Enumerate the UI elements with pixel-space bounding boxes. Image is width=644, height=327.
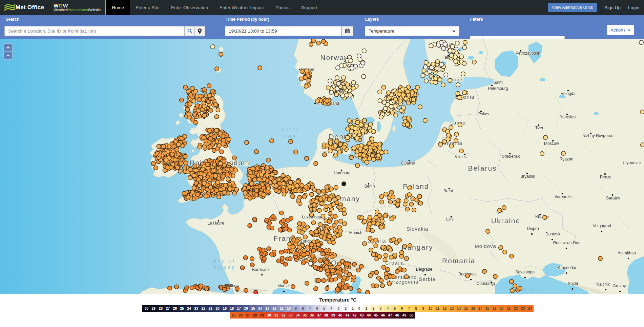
observation-dot[interactable] — [322, 278, 326, 283]
observation-dot[interactable] — [153, 166, 158, 170]
observation-dot[interactable] — [441, 83, 445, 87]
observation-dot[interactable] — [436, 43, 441, 47]
observation-dot[interactable] — [266, 158, 271, 162]
observation-dot[interactable] — [327, 219, 332, 224]
observation-dot[interactable] — [459, 149, 464, 153]
observation-dot[interactable] — [208, 93, 212, 98]
observation-dot[interactable] — [300, 184, 304, 188]
observation-dot[interactable] — [378, 90, 382, 94]
observation-dot[interactable] — [178, 169, 183, 174]
observation-dot[interactable] — [423, 118, 428, 123]
observation-dot[interactable] — [214, 115, 219, 119]
observation-dot[interactable] — [454, 138, 458, 143]
observation-dot[interactable] — [262, 193, 266, 197]
observation-dot[interactable] — [361, 153, 366, 157]
observation-dot[interactable] — [390, 111, 395, 115]
observation-dot[interactable] — [388, 200, 393, 204]
observation-dot[interactable] — [439, 62, 444, 67]
observation-dot[interactable] — [195, 192, 200, 197]
search-input[interactable] — [4, 26, 185, 36]
observation-dot[interactable] — [216, 108, 220, 112]
observation-dot[interactable] — [180, 136, 184, 141]
observation-dot[interactable] — [380, 219, 385, 223]
observation-dot[interactable] — [296, 199, 300, 203]
observation-dot[interactable] — [352, 262, 357, 267]
observation-dot[interactable] — [250, 263, 254, 267]
observation-dot[interactable] — [513, 284, 517, 288]
observation-dot[interactable] — [222, 159, 226, 164]
observation-dot[interactable] — [207, 129, 212, 133]
observation-dot[interactable] — [543, 215, 547, 220]
observation-dot[interactable] — [486, 229, 490, 234]
observation-dot[interactable] — [322, 236, 327, 241]
observation-dot[interactable] — [404, 274, 409, 279]
observation-dot[interactable] — [297, 226, 301, 230]
observation-dot[interactable] — [325, 144, 329, 148]
observation-dot[interactable] — [418, 105, 422, 109]
observation-dot[interactable] — [192, 173, 196, 178]
observation-dot[interactable] — [361, 61, 365, 65]
observation-dot[interactable] — [340, 94, 345, 98]
observation-dot[interactable] — [309, 231, 313, 235]
observation-dot[interactable] — [223, 287, 227, 292]
observation-dot[interactable] — [323, 153, 327, 157]
observation-dot[interactable] — [324, 229, 329, 233]
observation-dot[interactable] — [472, 60, 477, 64]
observation-dot[interactable] — [540, 152, 544, 156]
observation-dot[interactable] — [183, 154, 187, 159]
observation-dot[interactable] — [380, 284, 385, 288]
observation-dot[interactable] — [352, 146, 356, 150]
observation-dot[interactable] — [309, 262, 313, 266]
observation-dot[interactable] — [185, 286, 189, 290]
observation-dot[interactable] — [402, 244, 407, 249]
observation-dot[interactable] — [221, 134, 225, 138]
observation-dot[interactable] — [212, 134, 216, 139]
observation-dot[interactable] — [395, 203, 400, 207]
observation-dot[interactable] — [379, 225, 383, 230]
observation-dot[interactable] — [339, 219, 343, 224]
observation-dot[interactable] — [338, 205, 342, 210]
observation-dot[interactable] — [234, 188, 239, 192]
observation-dot[interactable] — [213, 102, 218, 107]
observation-dot[interactable] — [281, 181, 286, 186]
observation-dot[interactable] — [253, 178, 257, 182]
observation-dot[interactable] — [188, 102, 192, 106]
observation-dot[interactable] — [374, 142, 378, 147]
observation-dot[interactable] — [377, 254, 382, 259]
observation-dot[interactable] — [328, 149, 332, 153]
observation-dot[interactable] — [381, 85, 386, 90]
observation-dot[interactable] — [298, 245, 302, 250]
observation-dot[interactable] — [328, 79, 332, 83]
observation-dot[interactable] — [280, 256, 285, 261]
observation-dot[interactable] — [364, 124, 369, 128]
observation-dot[interactable] — [499, 246, 503, 250]
observation-dot[interactable] — [402, 268, 407, 272]
observation-dot[interactable] — [192, 113, 197, 117]
observation-dot[interactable] — [252, 217, 257, 222]
observation-dot[interactable] — [335, 76, 339, 80]
observation-dot[interactable] — [374, 270, 379, 275]
observation-dot[interactable] — [369, 248, 373, 252]
map-container[interactable]: + − — [0, 39, 644, 294]
observation-dot[interactable] — [444, 73, 448, 77]
observation-dot[interactable] — [379, 115, 383, 119]
observation-dot[interactable] — [408, 186, 412, 190]
observation-dot[interactable] — [310, 192, 314, 197]
observation-dot[interactable] — [344, 286, 348, 290]
observation-dot[interactable] — [465, 274, 470, 278]
observation-dot[interactable] — [561, 151, 566, 156]
observation-dot[interactable] — [379, 195, 384, 199]
observation-dot[interactable] — [431, 62, 436, 66]
observation-dot[interactable] — [456, 83, 460, 87]
observation-dot[interactable] — [391, 195, 395, 199]
observation-dot[interactable] — [393, 253, 397, 257]
observation-dot[interactable] — [249, 191, 253, 195]
observation-dot[interactable] — [380, 200, 384, 204]
observation-dot[interactable] — [336, 265, 340, 270]
observation-dot[interactable] — [441, 46, 446, 51]
observation-dot[interactable] — [315, 99, 319, 103]
actions-button[interactable]: Actions — [607, 25, 634, 35]
observation-dot[interactable] — [192, 186, 196, 190]
observation-dot[interactable] — [305, 69, 309, 73]
observation-dot[interactable] — [207, 83, 211, 88]
